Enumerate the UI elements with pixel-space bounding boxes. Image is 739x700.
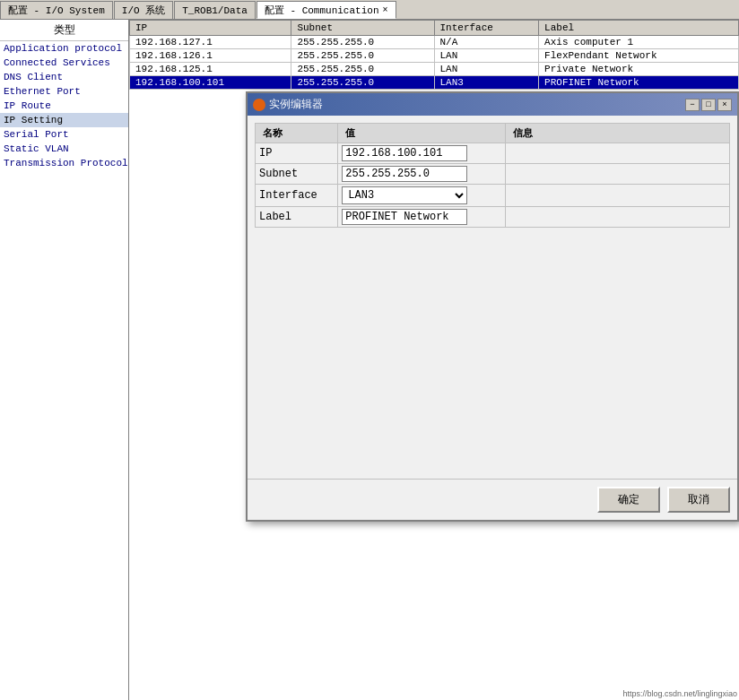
sidebar-item-dns-client[interactable]: DNS Client (0, 70, 128, 84)
form-row-ip: IP (256, 143, 730, 164)
form-input-ip[interactable] (342, 145, 467, 161)
instance-editor-dialog: 实例编辑器 − □ × 名称值信息 IPSubnetInterfaceLAN3L… (246, 91, 739, 522)
tab-bar: 配置 - I/O SystemI/O 系统T_ROB1/Data配置 - Com… (0, 0, 739, 20)
sidebar: 类型 Application protocolConnected Service… (0, 20, 129, 700)
sidebar-item-transmission-protocol[interactable]: Transmission Protocol (0, 156, 128, 170)
sidebar-item-application-protocol[interactable]: Application protocol (0, 41, 128, 56)
sidebar-header: 类型 (0, 20, 128, 41)
tab-config-comm[interactable]: 配置 - Communication× (256, 1, 396, 19)
form-info-subnet (505, 164, 729, 185)
dialog-overlay: 实例编辑器 − □ × 名称值信息 IPSubnetInterfaceLAN3L… (129, 20, 739, 700)
form-value-cell-label[interactable] (338, 207, 505, 228)
minimize-button[interactable]: − (685, 99, 700, 111)
tab-config-io[interactable]: 配置 - I/O System (0, 1, 113, 19)
form-row-interface: InterfaceLAN3LANN/A (256, 185, 730, 207)
maximize-button[interactable]: □ (701, 99, 716, 111)
dialog-title-icon (253, 99, 265, 111)
dialog-title-text: 实例编辑器 (269, 97, 323, 112)
form-info-interface (505, 185, 729, 207)
form-value-cell-subnet[interactable] (338, 164, 505, 185)
watermark: https://blog.csdn.net/linglingxiao (622, 689, 737, 698)
form-input-label[interactable] (342, 209, 467, 225)
sidebar-item-ip-route[interactable]: IP Route (0, 99, 128, 113)
form-info-ip (505, 143, 729, 164)
form-table: 名称值信息 IPSubnetInterfaceLAN3LANN/ALabel (255, 123, 730, 228)
tab-io-system[interactable]: I/O 系统 (114, 1, 173, 19)
form-select-interface[interactable]: LAN3LANN/A (342, 186, 467, 204)
sidebar-item-connected-services[interactable]: Connected Services (0, 56, 128, 70)
form-value-cell-interface[interactable]: LAN3LANN/A (338, 185, 505, 207)
sidebar-item-serial-port[interactable]: Serial Port (0, 127, 128, 142)
form-info-label (505, 207, 729, 228)
content-area: IPSubnetInterfaceLabel 192.168.127.1255.… (129, 20, 739, 700)
dialog-title-left: 实例编辑器 (253, 97, 323, 112)
close-button[interactable]: × (717, 99, 732, 111)
form-row-label: Label (256, 207, 730, 228)
confirm-button[interactable]: 确定 (597, 487, 660, 513)
main-layout: 类型 Application protocolConnected Service… (0, 20, 739, 700)
form-col-信息: 信息 (505, 124, 729, 143)
form-label-subnet: Subnet (256, 164, 338, 185)
form-label-ip: IP (256, 143, 338, 164)
form-label-interface: Interface (256, 185, 338, 207)
form-input-subnet[interactable] (342, 166, 467, 182)
sidebar-item-ip-setting[interactable]: IP Setting (0, 113, 128, 127)
form-col-值: 值 (338, 124, 505, 143)
dialog-titlebar: 实例编辑器 − □ × (248, 93, 737, 116)
dialog-footer: 确定 取消 (248, 479, 737, 520)
sidebar-item-static-vlan[interactable]: Static VLAN (0, 142, 128, 156)
form-col-名称: 名称 (256, 124, 338, 143)
sidebar-item-ethernet-port[interactable]: Ethernet Port (0, 84, 128, 99)
form-value-cell-ip[interactable] (338, 143, 505, 164)
dialog-body: 名称值信息 IPSubnetInterfaceLAN3LANN/ALabel (248, 116, 737, 479)
tab-close-config-comm[interactable]: × (382, 5, 387, 15)
dialog-controls: − □ × (685, 99, 732, 111)
tab-t-rob1-data[interactable]: T_ROB1/Data (174, 1, 256, 19)
form-label-label: Label (256, 207, 338, 228)
cancel-button[interactable]: 取消 (667, 487, 730, 513)
form-row-subnet: Subnet (256, 164, 730, 185)
